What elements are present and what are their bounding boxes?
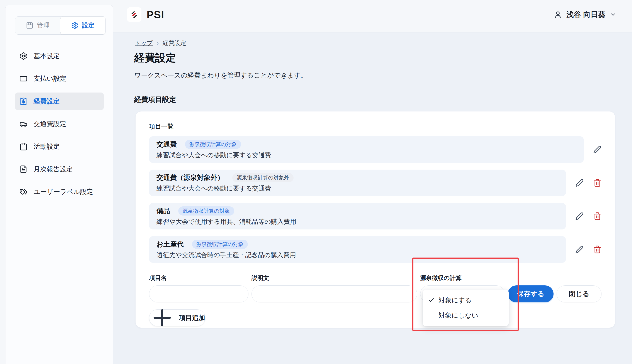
sidebar-item-label: 基本設定 (34, 52, 60, 60)
expense-item-panel: 交通費（源泉対象外）源泉徴収計算の対象外練習試合や大会への移動に要する交通費 (149, 170, 566, 196)
section-title: 経費項目設定 (134, 95, 176, 104)
trash-icon (593, 179, 601, 187)
plus-icon (149, 305, 175, 331)
breadcrumb-current: 経費設定 (163, 39, 186, 47)
calendar-icon (20, 142, 28, 151)
withholding-label: 源泉徴収の計算 (420, 274, 505, 282)
delete-item-button[interactable] (593, 179, 601, 187)
withholding-dropdown-menu: 対象にする対象にしない (423, 290, 509, 326)
brand-home-link[interactable]: PSI (127, 8, 164, 22)
chevron-down-icon (610, 11, 616, 18)
sidebar-item-calendar[interactable]: 活動設定 (15, 138, 104, 155)
car-icon (20, 120, 28, 128)
file-text-icon (20, 165, 28, 173)
psi-logo-glyph (129, 9, 139, 20)
expense-item-row: お土産代源泉徴収計算の対象遠征先や交流試合時の手土産・記念品の購入費用 (149, 236, 601, 263)
pencil-icon (593, 146, 601, 154)
withholding-badge: 源泉徴収計算の対象 (192, 240, 248, 249)
expense-item-row: 交通費（源泉対象外）源泉徴収計算の対象外練習試合や大会への移動に要する交通費 (149, 170, 601, 196)
sidebar-item-label: 交通費設定 (34, 120, 66, 128)
page-subtitle: ワークスペースの経費まわりを管理することができます。 (134, 71, 307, 80)
sidebar-item-tags[interactable]: ユーザーラベル設定 (15, 183, 104, 200)
tab-settings[interactable]: 設定 (60, 16, 106, 34)
add-item-button[interactable]: 項目追加 (149, 309, 205, 326)
row-actions (575, 245, 601, 254)
gear-icon (71, 22, 79, 29)
pencil-icon (575, 245, 584, 254)
expense-item-description: 遠征先や交流試合時の手土産・記念品の購入費用 (156, 250, 558, 259)
user-menu[interactable]: 浅谷 向日葵 (554, 10, 616, 20)
breadcrumb-home-link[interactable]: トップ (135, 39, 153, 47)
sidebar-item-label: 活動設定 (34, 142, 60, 151)
sidebar-item-label: ユーザーラベル設定 (34, 188, 93, 196)
check-icon (428, 297, 439, 304)
table-icon (26, 22, 33, 29)
pencil-icon (575, 179, 584, 187)
edit-item-button[interactable] (575, 245, 584, 254)
gear-icon (20, 52, 28, 60)
expense-item-name: 交通費 (156, 140, 177, 149)
edit-item-button[interactable] (575, 179, 584, 187)
tags-icon (20, 188, 28, 196)
credit-card-icon (20, 75, 28, 83)
gear-icon (20, 52, 28, 60)
add-item-label: 項目追加 (179, 314, 205, 322)
user-name: 浅谷 向日葵 (566, 10, 605, 20)
row-actions (575, 212, 601, 220)
item-form: 項目名 説明文 源泉徴収の計算 対象にする 保存する 閉じる (149, 274, 601, 302)
plus-icon (149, 305, 175, 331)
chevron-down-icon (610, 11, 616, 18)
withholding-option-label: 対象にする (439, 296, 472, 305)
withholding-badge: 源泉徴収計算の対象外 (232, 173, 293, 182)
sidebar: 管理 設定 基本設定支払い設定経費設定交通費設定活動設定月次報告設定ユーザーラベ… (5, 5, 113, 364)
save-button[interactable]: 保存する (508, 286, 553, 302)
car-icon (20, 120, 28, 128)
withholding-option-label: 対象にしない (439, 311, 478, 320)
logo-text: PSI (147, 9, 164, 21)
withholding-option[interactable]: 対象にしない (423, 308, 509, 323)
sidebar-mode-switch: 管理 設定 (15, 16, 106, 34)
expense-item-name: お土産代 (156, 240, 184, 249)
credit-card-icon (20, 75, 28, 83)
page-title: 経費設定 (134, 51, 176, 65)
tab-management[interactable]: 管理 (15, 16, 60, 34)
tags-icon (20, 188, 28, 196)
delete-item-button[interactable] (593, 245, 601, 254)
trash-icon (593, 245, 601, 254)
tab-management-label: 管理 (37, 21, 50, 30)
sidebar-item-label: 経費設定 (34, 97, 60, 106)
receipt-icon (20, 97, 28, 105)
expense-item-panel: 備品源泉徴収計算の対象練習や大会で使用する用具、消耗品等の購入費用 (149, 203, 566, 230)
sidebar-item-car[interactable]: 交通費設定 (15, 115, 104, 132)
sidebar-item-credit-card[interactable]: 支払い設定 (15, 70, 104, 87)
edit-item-button[interactable] (593, 146, 601, 154)
psi-logo-icon (127, 8, 141, 22)
withholding-option[interactable]: 対象にする (423, 292, 509, 308)
gear-icon (71, 22, 79, 29)
trash-icon (593, 212, 601, 220)
close-button[interactable]: 閉じる (557, 286, 601, 302)
item-description-input[interactable] (251, 286, 417, 302)
pencil-icon (575, 212, 584, 220)
sidebar-item-file-text[interactable]: 月次報告設定 (15, 160, 104, 178)
sidebar-item-label: 支払い設定 (34, 74, 67, 83)
item-name-input[interactable] (149, 286, 248, 302)
sidebar-item-receipt[interactable]: 経費設定 (15, 92, 104, 110)
expense-item-description: 練習や大会で使用する用具、消耗品等の購入費用 (156, 217, 558, 226)
expense-items-card: 項目一覧 交通費源泉徴収計算の対象練習試合や大会への移動に要する交通費交通費（源… (136, 112, 615, 328)
expense-item-name: 備品 (156, 206, 170, 216)
withholding-badge: 源泉徴収計算の対象 (178, 206, 234, 216)
receipt-icon (20, 97, 28, 105)
delete-item-button[interactable] (593, 212, 601, 220)
row-actions (575, 179, 601, 187)
sidebar-nav: 基本設定支払い設定経費設定交通費設定活動設定月次報告設定ユーザーラベル設定 (15, 47, 104, 200)
tab-settings-label: 設定 (82, 21, 95, 30)
expense-item-name: 交通費（源泉対象外） (156, 173, 224, 182)
sidebar-item-label: 月次報告設定 (34, 165, 73, 174)
sidebar-item-gear[interactable]: 基本設定 (15, 47, 104, 65)
user-icon (554, 10, 562, 19)
user-icon (554, 10, 562, 19)
edit-item-button[interactable] (575, 212, 584, 220)
expense-item-description: 練習試合や大会への移動に要する交通費 (156, 184, 558, 193)
expense-item-row: 交通費源泉徴収計算の対象練習試合や大会への移動に要する交通費 (149, 136, 601, 163)
